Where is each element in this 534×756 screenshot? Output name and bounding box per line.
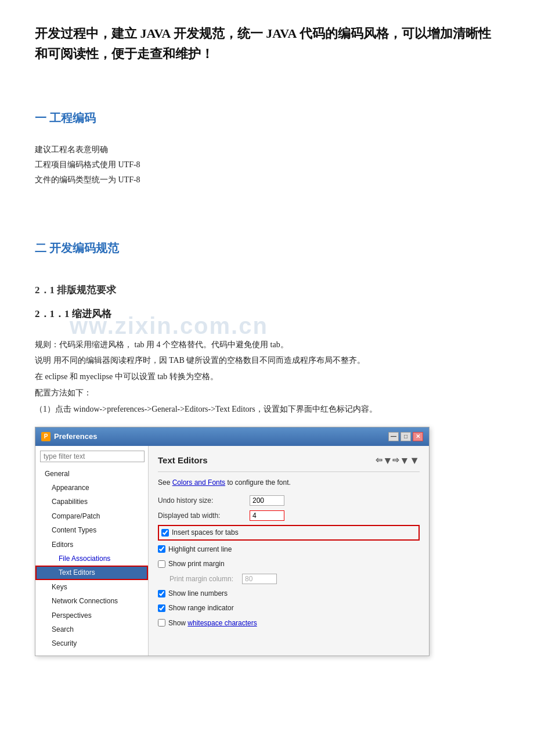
pref-panel-title: Text Editors ⇦ ▾ ⇨ ▾ ▼ (158, 452, 420, 473)
colors-fonts-link[interactable]: Colors and Fonts (172, 478, 225, 487)
range-indicator-row: Show range indicator (158, 602, 420, 614)
nav-down[interactable]: ▼ (409, 452, 420, 470)
minimize-button[interactable]: — (388, 432, 399, 441)
filter-input[interactable] (40, 451, 145, 462)
tree-item-keys[interactable]: Keys (35, 580, 148, 594)
tree-item-file-associations[interactable]: File Associations (35, 552, 148, 566)
range-indicator-label: Show range indicator (168, 602, 234, 614)
tree-item-capabilities[interactable]: Capabilities (35, 495, 148, 509)
tree-item-search[interactable]: Search (35, 622, 148, 636)
undo-history-label: Undo history size: (158, 495, 245, 506)
dialog-win-controls[interactable]: — □ ✕ (388, 432, 423, 441)
print-margin-row: Show print margin (158, 558, 420, 570)
dialog-body: General Appearance Capabilities Compare/… (35, 446, 429, 656)
print-margin-checkbox[interactable] (158, 560, 165, 568)
note2-text: 在 eclipse 和 myeclipse 中可以设置 tab 转换为空格。 (35, 370, 499, 384)
dialog-left-panel: General Appearance Capabilities Compare/… (35, 446, 149, 656)
tree-item-perspectives[interactable]: Perspectives (35, 609, 148, 622)
section21-heading: 2．1 排版规范要求 (35, 282, 499, 299)
maximize-button[interactable]: □ (400, 432, 411, 441)
pref-font-hint: See Colors and Fonts to configure the fo… (158, 477, 420, 488)
pref-panel-title-text: Text Editors (158, 453, 208, 468)
preferences-dialog: P Preferences — □ ✕ General Appearance C… (35, 427, 430, 656)
print-margin-col-label: Print margin column: (169, 573, 239, 585)
line-numbers-checkbox[interactable] (158, 590, 165, 597)
tree-item-appearance[interactable]: Appearance (35, 481, 148, 495)
insert-spaces-checkbox[interactable] (161, 529, 169, 537)
dialog-titlebar-left: P Preferences (41, 430, 97, 443)
undo-history-input[interactable] (250, 495, 284, 506)
main-title: 开发过程中，建立 JAVA 开发规范，统一 JAVA 代码的编码风格，可以增加清… (35, 23, 499, 64)
highlight-line-checkbox[interactable] (158, 545, 165, 553)
print-margin-col-input[interactable] (242, 574, 277, 584)
highlight-line-row: Highlight current line (158, 543, 420, 555)
whitespace-link[interactable]: whitespace characters (187, 619, 257, 627)
dialog-right-panel: Text Editors ⇦ ▾ ⇨ ▾ ▼ See Colors and Fo… (149, 446, 429, 656)
section1-line1: 建议工程名表意明确 (35, 143, 499, 157)
insert-spaces-row: Insert spaces for tabs (158, 525, 420, 540)
section1-heading-text: 一 工程编码 (35, 108, 96, 128)
highlight-line-label: Highlight current line (168, 543, 232, 555)
insert-spaces-label: Insert spaces for tabs (172, 527, 239, 538)
pref-nav-icons: ⇦ ▾ ⇨ ▾ ▼ (376, 452, 420, 470)
nav-sep2: ▾ (402, 452, 407, 470)
section211-heading: 2．1．1 缩进风格 (35, 306, 499, 323)
print-margin-col-row: Print margin column: (158, 573, 420, 585)
section211-wrap: ww.zixin.com.cn 2．1．1 缩进风格 (35, 306, 499, 323)
whitespace-label: Show whitespace characters (168, 617, 257, 629)
whitespace-checkbox[interactable] (158, 619, 165, 627)
tree-item-text-editors[interactable]: Text Editors (35, 566, 148, 579)
whitespace-row: Show whitespace characters (158, 617, 420, 629)
nav-sep: ▾ (385, 452, 390, 470)
close-button[interactable]: ✕ (413, 432, 423, 441)
tree-item-network[interactable]: Network Connections (35, 594, 148, 608)
section1-line3: 文件的编码类型统一为 UTF-8 (35, 173, 499, 187)
dialog-titlebar: P Preferences — □ ✕ (35, 427, 429, 446)
range-indicator-checkbox[interactable] (158, 604, 165, 612)
line-numbers-label: Show line numbers (168, 588, 228, 599)
step1-text: （1）点击 window->preferences->General->Edit… (35, 402, 499, 416)
tab-width-input[interactable] (250, 510, 284, 521)
tree-item-compare[interactable]: Compare/Patch (35, 509, 148, 523)
back-icon[interactable]: ⇦ (376, 453, 383, 467)
section1-content: 建议工程名表意明确 工程项目编码格式使用 UTF-8 文件的编码类型统一为 UT… (35, 143, 499, 186)
page-container: 开发过程中，建立 JAVA 开发规范，统一 JAVA 代码的编码风格，可以增加清… (35, 23, 499, 656)
tab-width-label: Displayed tab width: (158, 510, 245, 521)
note1-text: 说明 用不同的编辑器阅读程序时，因 TAB 键所设置的空格数目不同而造成程序布局… (35, 354, 499, 368)
dialog-icon: P (41, 432, 50, 441)
tree-item-content-types[interactable]: Content Types (35, 523, 148, 537)
print-margin-label: Show print margin (168, 558, 225, 570)
section211-content: 规则：代码采用缩进风格， tab 用 4 个空格替代。代码中避免使用 tab。 … (35, 338, 499, 416)
undo-history-row: Undo history size: (158, 495, 420, 506)
tab-width-row: Displayed tab width: (158, 510, 420, 521)
tree-item-editors[interactable]: Editors (35, 538, 148, 552)
forward-icon[interactable]: ⇨ (392, 453, 399, 467)
rule-text: 规则：代码采用缩进风格， tab 用 4 个空格替代。代码中避免使用 tab。 (35, 338, 499, 352)
tree-item-general[interactable]: General (35, 467, 148, 481)
tree-item-security[interactable]: Security (35, 636, 148, 650)
section1-line2: 工程项目编码格式使用 UTF-8 (35, 158, 499, 172)
dialog-title: Preferences (54, 430, 97, 443)
section1-heading: 一 工程编码 (35, 108, 499, 128)
section2-heading: 二 开发编码规范 (35, 238, 499, 258)
note3-text: 配置方法如下： (35, 386, 499, 400)
section2-heading-text: 二 开发编码规范 (35, 238, 119, 258)
line-numbers-row: Show line numbers (158, 588, 420, 599)
